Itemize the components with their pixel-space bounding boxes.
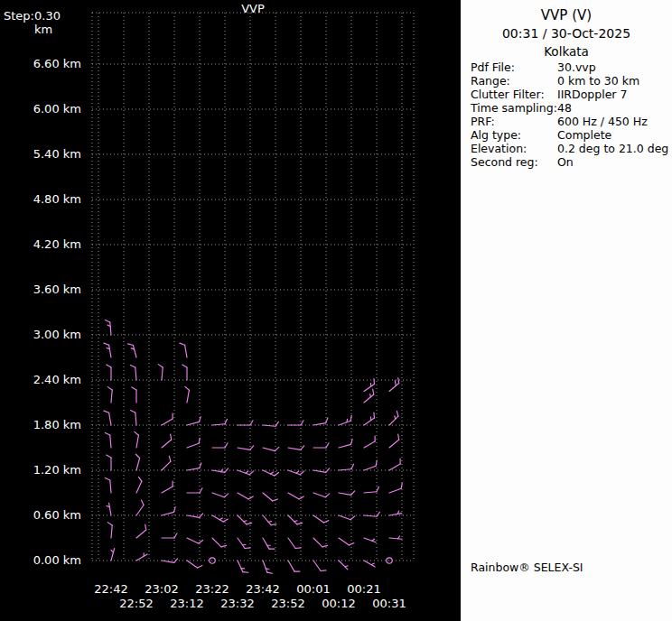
wind-barb (389, 536, 402, 539)
wind-barb (111, 548, 115, 561)
wind-barb (263, 470, 279, 476)
wind-barb (136, 500, 144, 515)
wind-barb (212, 515, 228, 522)
info-field-row: Alg type:Complete (461, 128, 672, 142)
field-value: On (557, 155, 574, 169)
wind-barb (364, 389, 374, 403)
panel-fields: Pdf File:30.vvpRange:0 km to 30 kmClutte… (461, 60, 672, 169)
wind-barb (187, 463, 201, 470)
wind-barb (389, 434, 399, 448)
wind-barb (187, 488, 202, 493)
wind-barb (136, 524, 146, 538)
wind-barb (263, 422, 278, 426)
field-value: 0.2 deg to 21.0 deg (557, 142, 668, 155)
x-axis-label: 23:22 (191, 582, 234, 596)
y-axis-label: 4.80 km (0, 192, 81, 206)
wind-barb (162, 559, 178, 563)
wind-barb (364, 460, 377, 470)
wind-barb (187, 538, 203, 543)
wind-barb (238, 493, 253, 499)
wind-barb (288, 470, 304, 475)
wind-barb (105, 320, 111, 335)
info-field-row: Clutter Filter:IIRDoppler 7 (461, 88, 672, 101)
x-axis-label: 00:01 (292, 582, 335, 596)
wind-barb (132, 387, 136, 403)
wind-barb (107, 523, 112, 538)
wind-barb (339, 440, 352, 448)
field-value: IIRDoppler 7 (557, 88, 627, 101)
wind-barb (238, 446, 254, 450)
wind-barb (288, 561, 300, 571)
wind-barb (339, 464, 353, 470)
wind-barb (238, 538, 250, 548)
wind-barb (313, 561, 326, 570)
wind-barb (364, 412, 374, 425)
info-field-row: Time sampling:48 (461, 101, 672, 115)
wind-barb (187, 417, 201, 425)
wind-barb (212, 468, 229, 473)
step-value: 0.30 km (34, 9, 81, 36)
wind-barb (263, 538, 275, 549)
wind-barb (313, 515, 329, 523)
wind-barb (162, 434, 172, 448)
wind-barb (288, 515, 303, 524)
field-value: 48 (557, 101, 572, 115)
wind-barb (288, 538, 301, 548)
y-axis-label: 0.00 km (0, 553, 81, 567)
panel-title: VVP (V) (461, 7, 672, 23)
step-label: Step: (4, 9, 34, 36)
wind-barb (288, 446, 304, 450)
wind-barb (162, 481, 173, 493)
wind-barb (136, 477, 142, 493)
chart-region: VVP Step: 0.30 km 6.60 km6.00 km5.40 km4… (0, 0, 461, 621)
wind-barb (107, 387, 112, 403)
plot-title: VVP (92, 2, 414, 15)
wind-barb (389, 483, 402, 493)
info-field-row: Elevation:0.2 deg to 21.0 deg (461, 142, 672, 155)
wind-barb (313, 493, 330, 497)
wind-barb (263, 561, 273, 573)
wind-barb (364, 538, 376, 542)
x-axis-label: 00:21 (342, 582, 386, 596)
wind-barb (105, 478, 111, 493)
x-axis-label: 23:42 (241, 582, 285, 596)
wind-barb (288, 493, 303, 499)
wind-barb (364, 512, 379, 516)
wind-barb (162, 456, 171, 470)
y-axis-label: 5.40 km (0, 147, 81, 161)
field-label: Alg type: (471, 128, 521, 142)
wind-barb (313, 468, 330, 473)
wind-barb (162, 507, 175, 515)
wind-barb (364, 561, 375, 567)
y-axis-label: 6.60 km (0, 57, 81, 70)
field-label: Second reg: (471, 155, 538, 169)
wind-barb (107, 365, 111, 380)
wind-barb (107, 455, 111, 470)
wind-barb (187, 438, 200, 448)
field-label: Range: (471, 74, 510, 88)
x-axis-label: 23:02 (140, 582, 183, 596)
field-label: Elevation: (471, 142, 527, 155)
field-value: 30.vvp (557, 60, 596, 74)
wind-barb (104, 411, 111, 425)
info-panel: VVP (V) 00:31 / 30-Oct-2025 Kolkata Pdf … (461, 0, 672, 621)
y-axis-label: 6.00 km (0, 102, 81, 116)
y-axis-label: 3.00 km (0, 328, 81, 341)
wind-barb (389, 411, 398, 425)
field-value: Complete (557, 128, 611, 142)
wind-barb (313, 443, 329, 448)
wind-barb (212, 538, 227, 547)
panel-datetime: 00:31 / 30-Oct-2025 (461, 26, 672, 41)
x-axis-label: 22:42 (89, 582, 133, 596)
wind-barb (158, 365, 163, 380)
wind-barb (187, 514, 203, 518)
wind-barb (389, 459, 400, 470)
info-field-row: Pdf File:30.vvp (461, 60, 672, 74)
wind-barb (238, 470, 254, 475)
wind-barb (130, 411, 136, 425)
y-axis-label: 4.20 km (0, 237, 81, 251)
panel-site: Kolkata (461, 44, 672, 59)
y-axis-label: 0.60 km (0, 508, 81, 522)
wind-barb (238, 561, 248, 572)
x-axis-label: 22:52 (115, 597, 158, 610)
